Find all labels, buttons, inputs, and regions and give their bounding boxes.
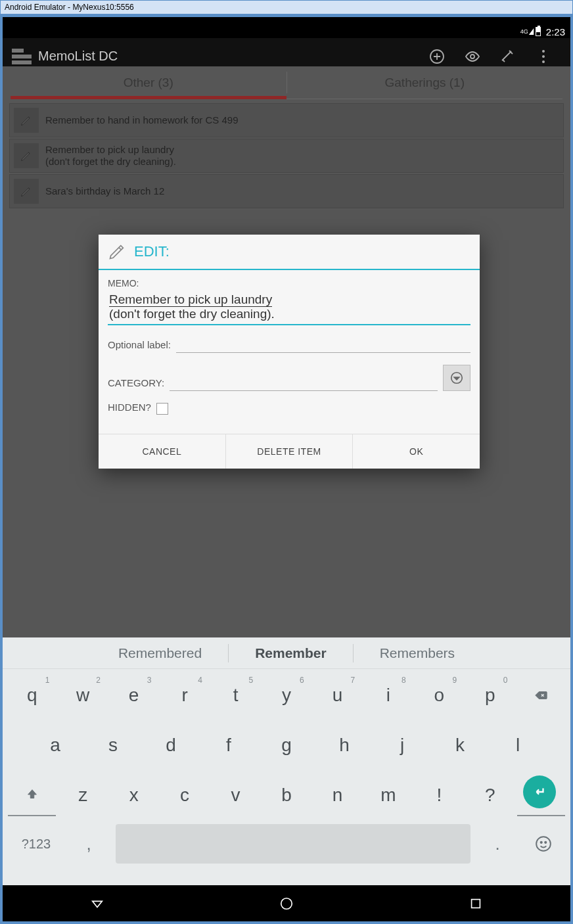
memo-input[interactable]: Remember to pick up laundry(don't forget… [108, 290, 470, 325]
soft-keyboard: Remembered Remember Remembers q1w2e3r4t5… [3, 637, 570, 885]
svg-point-1 [470, 55, 474, 58]
memo-list: Remember to hand in homework for CS 499 … [3, 99, 570, 208]
dialog-header: EDIT: [99, 235, 480, 270]
clock: 2:23 [546, 26, 565, 37]
key-p[interactable]: p0 [466, 674, 514, 716]
key-shift-left[interactable] [8, 774, 56, 816]
key-c[interactable]: c [160, 774, 208, 816]
key-emoji[interactable] [520, 824, 566, 864]
key-i[interactable]: i8 [364, 674, 412, 716]
tab-gatherings[interactable]: Gatherings (1) [287, 66, 563, 99]
pencil-icon [14, 179, 39, 204]
key-l[interactable]: l [490, 724, 545, 766]
key-space[interactable] [116, 824, 470, 864]
key-y[interactable]: y6 [262, 674, 310, 716]
key-z[interactable]: z [58, 774, 106, 816]
pencil-icon [14, 108, 39, 133]
tab-bar: Other (3) Gatherings (1) [11, 66, 562, 99]
key-symbols[interactable]: ?123 [7, 824, 66, 864]
device-screen: 4G 2:23 MemoList DC Other (3) Gatherings… [3, 17, 570, 921]
key-backspace[interactable] [517, 674, 565, 716]
emulator-window-title: Android Emulator - MyNexus10:5556 [0, 0, 573, 14]
key-period[interactable]: . [474, 824, 520, 864]
emulator-frame: 4G 2:23 MemoList DC Other (3) Gatherings… [0, 14, 573, 924]
memo-label: MEMO: [108, 278, 470, 289]
key-t[interactable]: t5 [212, 674, 260, 716]
key-e[interactable]: e3 [110, 674, 158, 716]
pencil-icon [14, 143, 39, 168]
optional-label-label: Optional label: [108, 339, 171, 353]
pencil-icon [108, 243, 126, 261]
list-item[interactable]: Remember to pick up laundry (don't forge… [9, 139, 564, 173]
hidden-label: HIDDEN? [108, 402, 151, 415]
svg-point-4 [541, 842, 542, 843]
nav-back[interactable] [88, 894, 106, 913]
key-m[interactable]: m [364, 774, 412, 816]
category-picker-button[interactable] [443, 365, 470, 391]
window-title-text: Android Emulator - MyNexus10:5556 [5, 3, 134, 12]
suggestion[interactable]: Remember [229, 645, 353, 661]
category-label: CATEGORY: [108, 377, 164, 391]
key-r[interactable]: r4 [160, 674, 208, 716]
app-title: MemoList DC [38, 49, 419, 64]
nav-recents[interactable] [467, 894, 485, 913]
list-item[interactable]: Remember to hand in homework for CS 499 [9, 103, 564, 137]
dialog-title: EDIT: [134, 243, 170, 260]
suggestion[interactable]: Remembers [354, 645, 481, 661]
key-o[interactable]: o9 [415, 674, 463, 716]
key-question[interactable]: ? [466, 774, 514, 816]
key-s[interactable]: s [85, 724, 141, 766]
key-f[interactable]: f [201, 724, 256, 766]
key-row-3: zxcvbnm!? [7, 774, 566, 816]
tab-other[interactable]: Other (3) [11, 66, 286, 99]
navigation-bar [3, 885, 570, 921]
hidden-checkbox[interactable] [156, 403, 168, 415]
key-h[interactable]: h [317, 724, 372, 766]
memo-text: Remember to pick up laundry (don't forge… [45, 144, 176, 168]
edit-dialog: EDIT: MEMO: Remember to pick up laundry(… [99, 235, 480, 469]
key-g[interactable]: g [259, 724, 314, 766]
key-a[interactable]: a [28, 724, 83, 766]
key-row-2: asdfghjkl [7, 724, 566, 766]
cancel-button[interactable]: CANCEL [99, 434, 226, 469]
network-label: 4G [520, 28, 528, 35]
ok-button[interactable]: OK [353, 434, 480, 469]
key-comma[interactable]: , [66, 824, 112, 864]
key-enter[interactable] [523, 775, 556, 808]
suggestion-row: Remembered Remember Remembers [3, 637, 570, 669]
key-k[interactable]: k [432, 724, 488, 766]
dialog-actions: CANCEL DELETE ITEM OK [99, 434, 480, 469]
key-row-1: q1w2e3r4t5y6u7i8o9p0 [7, 674, 566, 716]
key-b[interactable]: b [262, 774, 310, 816]
key-j[interactable]: j [375, 724, 430, 766]
key-exclaim[interactable]: ! [415, 774, 463, 816]
app-icon [12, 49, 32, 64]
key-w[interactable]: w2 [58, 674, 106, 716]
key-u[interactable]: u7 [313, 674, 361, 716]
key-x[interactable]: x [110, 774, 158, 816]
category-input[interactable] [170, 375, 438, 391]
key-row-space: ?123 , . [7, 824, 566, 864]
status-bar: 4G 2:23 [3, 25, 570, 38]
key-v[interactable]: v [212, 774, 260, 816]
memo-text: Sara's birthday is March 12 [45, 185, 164, 197]
key-n[interactable]: n [313, 774, 361, 816]
svg-rect-7 [472, 899, 480, 908]
svg-point-3 [536, 837, 551, 851]
memo-text: Remember to hand in homework for CS 499 [45, 114, 238, 126]
key-q[interactable]: q1 [8, 674, 56, 716]
list-item[interactable]: Sara's birthday is March 12 [9, 174, 564, 208]
suggestion[interactable]: Remembered [92, 645, 228, 661]
svg-point-6 [281, 898, 292, 909]
battery-icon [536, 27, 541, 36]
signal-icon [529, 28, 534, 35]
svg-point-5 [545, 842, 546, 843]
nav-home[interactable] [277, 894, 296, 913]
optional-label-input[interactable] [176, 337, 470, 353]
delete-item-button[interactable]: DELETE ITEM [226, 434, 354, 469]
key-d[interactable]: d [143, 724, 198, 766]
